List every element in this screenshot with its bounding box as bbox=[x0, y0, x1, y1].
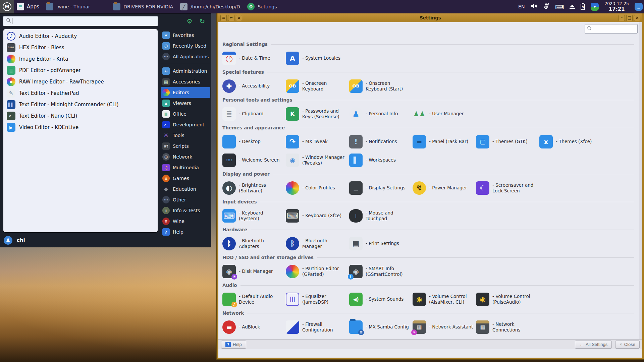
help-button[interactable]: ? Help bbox=[221, 341, 246, 349]
menu-category-wine[interactable]: YWine bbox=[161, 216, 210, 227]
menu-app-item[interactable]: >_Text Editor - Nano (CLI) bbox=[3, 110, 158, 122]
maximize-button[interactable]: □ bbox=[626, 15, 633, 21]
menu-app-item[interactable]: ♪Audio Editor - Audacity bbox=[3, 31, 158, 42]
settings-item-samba-config[interactable]: ≡- MX Samba Config bbox=[349, 318, 413, 336]
menu-category-network[interactable]: ⊕Network bbox=[161, 152, 210, 162]
battery-icon[interactable]: ↯ bbox=[581, 4, 585, 10]
settings-item-user-manager[interactable]: ♟♟- User Manager bbox=[413, 105, 476, 123]
settings-item-themes-gtk[interactable]: ▢- Themes (GTK) bbox=[476, 132, 539, 151]
taskbar-window-button[interactable]: ⚙Settings bbox=[245, 0, 312, 13]
settings-item-adblock[interactable]: ▬- AdBlock bbox=[222, 318, 286, 336]
menu-category-recently-used[interactable]: ◷Recently Used bbox=[161, 41, 210, 51]
menu-refresh-button[interactable]: ↻ bbox=[198, 17, 206, 25]
settings-item-disk-manager[interactable]: ◉✳- Disk Manager bbox=[222, 262, 286, 281]
settings-item-network-connections[interactable]: ▦- Network Connections bbox=[476, 318, 539, 336]
menu-app-item[interactable]: ●RAW Image Editor - RawTherapee bbox=[3, 76, 158, 87]
menu-category-editors[interactable]: Editors bbox=[161, 87, 210, 98]
settings-item-passwords-keys[interactable]: K- Passwords and Keys (SeaHorse) bbox=[286, 105, 349, 123]
desktop-tray-icon[interactable]: ▁ bbox=[635, 3, 643, 11]
all-settings-button[interactable]: ← All Settings bbox=[575, 341, 612, 349]
close-button[interactable]: × bbox=[634, 15, 640, 21]
menu-category-info-tests[interactable]: iInfo & Tests bbox=[161, 205, 210, 216]
settings-item-display-settings[interactable]: ▁- Display Settings bbox=[349, 179, 413, 197]
settings-item-welcome-screen[interactable]: ∷∷- Welcome Screen bbox=[222, 151, 286, 169]
window-menu-icon[interactable]: ≡ bbox=[220, 15, 227, 21]
rollup-icon[interactable]: ∧ bbox=[236, 15, 242, 21]
settings-item-onscreen-keyboard[interactable]: OB- Onscreen Keyboard bbox=[286, 77, 349, 95]
menu-app-item[interactable]: ▶Video Editor - KDEnLive bbox=[3, 122, 158, 133]
settings-item-accessibility[interactable]: ✚- Accessibility bbox=[222, 77, 286, 95]
menu-search-box[interactable] bbox=[3, 16, 158, 26]
settings-item-mouse-touchpad[interactable]: |- Mouse and Touchpad bbox=[349, 206, 413, 225]
menu-app-item[interactable]: ≣PDF Editor - pdfArranger bbox=[3, 65, 158, 76]
menu-category-favorites[interactable]: ★Favorites bbox=[161, 30, 210, 41]
menu-category-development[interactable]: >_Development bbox=[161, 119, 210, 130]
settings-item-system-locales[interactable]: A- System Locales bbox=[286, 49, 349, 67]
settings-item-print-settings[interactable]: ▤- Print Settings bbox=[349, 234, 413, 253]
menu-search-input[interactable] bbox=[14, 18, 155, 24]
menu-category-multimedia[interactable]: ♫Multimedia bbox=[161, 162, 210, 173]
settings-item-smart-info[interactable]: ◉i- SMART Info (GSmartControl) bbox=[349, 262, 413, 281]
settings-item-mx-tweak[interactable]: ↷- MX Tweak bbox=[286, 132, 349, 151]
settings-item-partition-editor[interactable]: - Partition Editor (GParted) bbox=[286, 262, 349, 281]
menu-category-help[interactable]: ?Help bbox=[161, 227, 210, 237]
settings-item-keyboard-xfce[interactable]: ⌨- Keyboard (Xfce) bbox=[286, 206, 349, 225]
settings-item-bluetooth-adapters[interactable]: ᛒ- Bluetooth Adapters bbox=[222, 234, 286, 253]
menu-user-row[interactable]: ♟ chi bbox=[4, 236, 25, 245]
menu-settings-button[interactable]: ⚙ bbox=[185, 17, 194, 25]
menu-app-item[interactable]: Image Editor - Krita bbox=[3, 53, 158, 65]
settings-item-color-profiles[interactable]: - Color Profiles bbox=[286, 179, 349, 197]
settings-search-box[interactable] bbox=[585, 24, 638, 34]
taskbar-window-button[interactable]: ╱/home/chi/Desktop/D... bbox=[177, 0, 245, 13]
clock[interactable]: 2023-12-25 17:21 bbox=[604, 1, 629, 12]
mx-start-button[interactable]: M bbox=[0, 0, 14, 13]
minimize-button[interactable]: – bbox=[619, 15, 625, 21]
settings-item-onscreen-keyboard-start[interactable]: OB- Onscreen Keyboard (Start) bbox=[349, 77, 413, 95]
titlebar[interactable]: ≡ ⌐ ∧ Settings – □ × bbox=[218, 13, 642, 22]
settings-item-brightness[interactable]: ◐- Brightness (Software) bbox=[222, 179, 286, 197]
settings-item-panel-taskbar[interactable]: ▬- Panel (Task Bar) bbox=[413, 132, 476, 151]
settings-item-firewall[interactable]: - Firewall Configuration bbox=[286, 318, 349, 336]
settings-item-system-sounds[interactable]: ◀)- System Sounds bbox=[349, 290, 413, 308]
paperclip-icon[interactable] bbox=[543, 2, 549, 11]
menu-category-other[interactable]: ⋯Other bbox=[161, 194, 210, 205]
keyboard-layout-indicator[interactable]: EN bbox=[518, 4, 525, 9]
updater-tray-icon[interactable]: ▾ bbox=[591, 3, 599, 11]
volume-icon[interactable] bbox=[530, 3, 538, 11]
apps-button[interactable]: ≡ Apps bbox=[14, 0, 43, 13]
settings-item-keyboard-system[interactable]: ⌨- Keyboard (System) bbox=[222, 206, 286, 225]
menu-category-education[interactable]: ◆Education bbox=[161, 184, 210, 194]
settings-item-volume-pulseaudio[interactable]: ◉- Volume Control (PulseAudio) bbox=[476, 290, 539, 308]
keyboard-tray-icon[interactable]: ⌨ bbox=[555, 3, 564, 10]
taskbar-window-button[interactable]: DRIVERS FOR NVIDIA... bbox=[110, 0, 177, 13]
settings-item-network-assistant[interactable]: ▦✳- Network Assistant bbox=[413, 318, 476, 336]
menu-category-games[interactable]: ♟Games bbox=[161, 173, 210, 184]
settings-item-workspaces[interactable]: ▌- Workspaces bbox=[349, 151, 413, 169]
settings-item-window-manager-tweaks[interactable]: ◉- Window Manager (Tweaks) bbox=[286, 151, 349, 169]
menu-app-item[interactable]: ✎Text Editor - FeatherPad bbox=[3, 87, 158, 99]
settings-item-power-manager[interactable]: ↯- Power Manager bbox=[413, 179, 476, 197]
settings-item-personal-info[interactable]: ♟- Personal Info bbox=[349, 105, 413, 123]
settings-item-equalizer[interactable]: |||- Equalizer (JamesDSP) bbox=[286, 290, 349, 308]
settings-item-default-audio-device[interactable]: ♪- Default Audio Device bbox=[222, 290, 286, 308]
settings-item-screensaver[interactable]: ☾- Screensaver and Lock Screen bbox=[476, 179, 539, 197]
scrollbar[interactable] bbox=[639, 22, 642, 339]
eject-icon[interactable] bbox=[570, 5, 575, 9]
settings-item-bluetooth-manager[interactable]: ᛒ- Bluetooth Manager bbox=[286, 234, 349, 253]
settings-item-notifications[interactable]: !- Notifications bbox=[349, 132, 413, 151]
menu-category-tools[interactable]: ✳Tools bbox=[161, 130, 210, 141]
settings-item-volume-alsamixer[interactable]: ◉- Volume Control (AlsaMixer, CLI) bbox=[413, 290, 476, 308]
menu-category-administration[interactable]: ≈Administration bbox=[161, 66, 210, 76]
menu-category-viewers[interactable]: ▲Viewers bbox=[161, 98, 210, 109]
unlock-icon[interactable]: ⌐ bbox=[228, 15, 234, 21]
settings-item-themes-xfce[interactable]: x- Themes (Xfce) bbox=[539, 132, 603, 151]
menu-category-scripts[interactable]: #!Scripts bbox=[161, 141, 210, 152]
menu-app-item[interactable]: 0101HEX Editor - Bless bbox=[3, 42, 158, 53]
settings-search-input[interactable] bbox=[594, 26, 634, 32]
menu-app-item[interactable]: ▌▌Text Editor - Midnight Commander (CLI) bbox=[3, 99, 158, 110]
menu-category-office[interactable]: ≣Office bbox=[161, 109, 210, 119]
close-window-button[interactable]: × Close bbox=[615, 341, 640, 349]
menu-category-accessories[interactable]: ▦Accessories bbox=[161, 76, 210, 87]
taskbar-window-button[interactable]: .wine - Thunar bbox=[43, 0, 110, 13]
settings-item-date-time[interactable]: ◷- Date & Time bbox=[222, 49, 286, 67]
